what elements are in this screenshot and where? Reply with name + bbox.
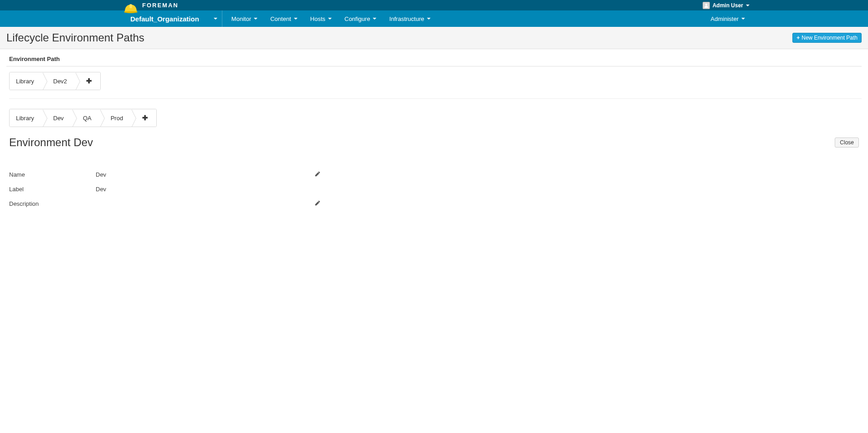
environment-detail-header: Environment Dev Close	[6, 136, 862, 149]
detail-value: Dev	[96, 171, 314, 178]
env-step-library[interactable]: Library	[10, 72, 42, 90]
environment-path-group: Library Dev QA Prod ✚	[9, 109, 862, 127]
nav-configure[interactable]: Configure	[338, 10, 383, 27]
detail-row-description: Description	[9, 196, 859, 211]
detail-value: Dev	[96, 186, 314, 193]
edit-icon[interactable]	[314, 171, 321, 178]
caret-down-icon	[328, 18, 332, 20]
org-switcher-toggle[interactable]	[206, 10, 222, 27]
section-label: Environment Path	[6, 54, 862, 66]
org-current: Default_Organization	[130, 15, 199, 23]
edit-icon[interactable]	[314, 200, 321, 208]
new-environment-path-button[interactable]: + New Environment Path	[792, 33, 862, 43]
svg-point-2	[705, 4, 707, 5]
user-menu[interactable]: Admin User	[703, 2, 750, 9]
plus-icon: +	[796, 35, 800, 41]
nav-items: Monitor Content Hosts Configure Infrastr…	[225, 10, 437, 27]
environment-path-group: Library Dev2 ✚	[9, 72, 862, 99]
environment-path: Library Dev QA Prod ✚	[9, 109, 157, 127]
close-button[interactable]: Close	[835, 138, 859, 148]
env-step-library[interactable]: Library	[10, 109, 42, 127]
plus-icon: ✚	[86, 77, 92, 85]
caret-down-icon	[373, 18, 376, 20]
brand[interactable]: FOREMAN	[123, 0, 179, 10]
page-title: Lifecycle Environment Paths	[6, 31, 144, 44]
nav-hosts[interactable]: Hosts	[304, 10, 338, 27]
user-display-name: Admin User	[713, 2, 743, 9]
topbar-inner: FOREMAN Admin User	[0, 0, 868, 10]
detail-label: Name	[9, 171, 96, 178]
topbar: FOREMAN Admin User	[0, 0, 868, 10]
logo-hardhat-icon	[123, 3, 139, 13]
nav-monitor[interactable]: Monitor	[225, 10, 264, 27]
caret-down-icon	[427, 18, 431, 20]
caret-down-icon	[741, 18, 745, 20]
caret-down-icon	[294, 18, 298, 20]
user-avatar-icon	[703, 2, 710, 9]
detail-row-label: Label Dev	[9, 182, 859, 196]
detail-label: Description	[9, 200, 96, 207]
caret-down-icon	[254, 18, 257, 20]
svg-rect-1	[129, 4, 132, 8]
environment-path: Library Dev2 ✚	[9, 72, 101, 90]
page-header: Lifecycle Environment Paths + New Enviro…	[0, 27, 868, 49]
new-environment-path-label: New Environment Path	[801, 35, 858, 41]
detail-row-name: Name Dev	[9, 167, 859, 182]
detail-label: Label	[9, 186, 96, 193]
caret-down-icon	[214, 18, 217, 20]
nav-infrastructure[interactable]: Infrastructure	[383, 10, 437, 27]
content: Environment Path Library Dev2 ✚ Library …	[0, 49, 868, 225]
brand-text: FOREMAN	[142, 2, 179, 9]
nav-right: Administer	[704, 10, 751, 27]
nav-content[interactable]: Content	[264, 10, 304, 27]
environment-detail-title: Environment Dev	[9, 136, 93, 149]
nav-administer[interactable]: Administer	[704, 10, 751, 27]
plus-icon: ✚	[142, 114, 148, 122]
environment-detail-table: Name Dev Label Dev Description	[6, 167, 862, 211]
caret-down-icon	[746, 5, 750, 6]
